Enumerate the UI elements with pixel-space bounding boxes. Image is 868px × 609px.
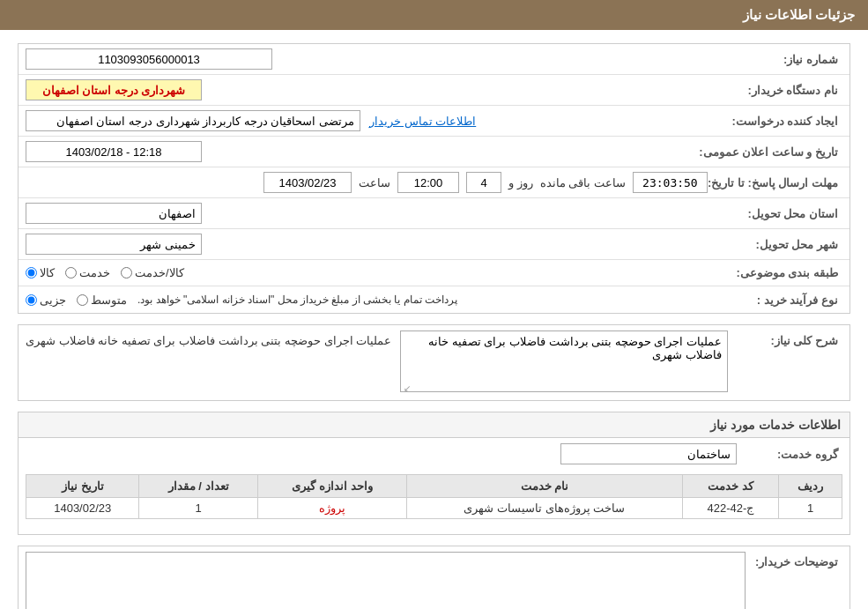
services-table: ردیف کد خدمت نام خدمت واحد اندازه گیری ت… [26, 474, 842, 519]
subject-category-label: طبقه بندی موضوعی: [736, 266, 842, 279]
response-time-label: ساعت [359, 176, 390, 189]
need-number-row: شماره نیاز: [19, 44, 849, 75]
subject-category-row: طبقه بندی موضوعی: کالا/خدمت خدمت کالا [19, 260, 849, 286]
page-header: جزئیات اطلاعات نیاز [0, 0, 868, 30]
process-type-value-cell: پرداخت تمام یا بخشی از مبلغ خریداز محل "… [26, 293, 737, 307]
cell-quantity: 1 [139, 498, 257, 519]
countdown-row: ساعت باقی مانده روز و ساعت [26, 172, 708, 193]
description-label: شرح کلی نیاز: [737, 330, 842, 347]
services-section-title: اطلاعات خدمات مورد نیاز [19, 412, 849, 438]
radio-khadamat-label: خدمت [79, 266, 110, 279]
subject-radio-group: کالا/خدمت خدمت کالا [26, 266, 184, 279]
col-rownum: ردیف [779, 475, 842, 498]
delivery-province-input[interactable] [26, 203, 202, 224]
announce-datetime-input[interactable] [26, 141, 202, 162]
radio-jozi-label: جزیی [40, 293, 66, 307]
col-service-code: کد خدمت [682, 475, 778, 498]
cell-date: 1403/02/23 [26, 498, 139, 519]
need-number-label: شماره نیاز: [737, 53, 842, 66]
col-date: تاریخ نیاز [26, 475, 139, 498]
countdown-label: ساعت باقی مانده [540, 176, 626, 189]
cell-rownum: 1 [779, 498, 842, 519]
response-date-input[interactable] [263, 172, 352, 193]
subject-category-value-cell: کالا/خدمت خدمت کالا [26, 266, 736, 279]
creator-label: ایجاد کننده درخواست: [731, 115, 842, 128]
need-number-value-cell [26, 48, 737, 70]
announce-datetime-value-cell [26, 141, 699, 162]
process-note: پرداخت تمام یا بخشی از مبلغ خریداز محل "… [137, 293, 457, 306]
radio-jozi[interactable] [26, 294, 37, 306]
main-content: شماره نیاز: نام دستگاه خریدار: ایجاد کنن… [0, 30, 868, 609]
radio-kala-khadamat-item[interactable]: کالا/خدمت [121, 266, 184, 279]
radio-motavasset-item[interactable]: متوسط [77, 293, 127, 307]
buyer-desc-wrapper: ↙ [26, 552, 746, 609]
radio-kala-khadamat[interactable] [121, 267, 132, 279]
description-textarea[interactable] [400, 330, 728, 392]
radio-kala-khadamat-label: کالا/خدمت [135, 266, 184, 279]
announce-datetime-label: تاریخ و ساعت اعلان عمومی: [699, 145, 842, 159]
delivery-city-value-cell [26, 234, 737, 255]
radio-kala[interactable] [26, 267, 37, 279]
buyer-desc-section: توضیحات خریدار: ↙ [18, 546, 850, 609]
days-input[interactable] [466, 172, 501, 193]
countdown-input[interactable] [633, 172, 708, 193]
service-group-input[interactable] [560, 443, 737, 464]
radio-motavasset[interactable] [77, 294, 88, 306]
delivery-province-label: استان محل تحویل: [737, 207, 842, 220]
response-deadline-value-cell: ساعت باقی مانده روز و ساعت [26, 172, 708, 193]
delivery-province-row: استان محل تحویل: [19, 198, 849, 229]
creator-row: ایجاد کننده درخواست: اطلاعات تماس خریدار [19, 106, 849, 137]
radio-khadamat[interactable] [65, 267, 77, 279]
delivery-city-row: شهر محل تحویل: [19, 229, 849, 260]
col-unit: واحد اندازه گیری [257, 475, 406, 498]
buyer-desc-textarea[interactable] [26, 552, 746, 609]
radio-jozi-item[interactable]: جزیی [26, 293, 66, 307]
announce-datetime-row: تاریخ و ساعت اعلان عمومی: [19, 137, 849, 167]
process-type-label: نوع فرآیند خرید : [737, 293, 842, 307]
form-section-top: شماره نیاز: نام دستگاه خریدار: ایجاد کنن… [18, 43, 850, 314]
page-container: جزئیات اطلاعات نیاز شماره نیاز: نام دستگ… [0, 0, 868, 609]
cell-service-code: ج-42-422 [682, 498, 778, 519]
response-time-input[interactable] [397, 172, 459, 193]
col-service-name: نام خدمت [407, 475, 683, 498]
cell-unit[interactable]: پروژه [257, 498, 406, 519]
radio-motavasset-label: متوسط [91, 293, 127, 307]
delivery-province-value-cell [26, 203, 737, 224]
creator-contact-link[interactable]: اطلاعات تماس خریدار [369, 115, 476, 128]
table-row: 1 ج-42-422 ساخت پروژه‌های تاسیسات شهری پ… [26, 498, 842, 519]
resize-handle: ↙ [404, 383, 411, 393]
page-title: جزئیات اطلاعات نیاز [743, 7, 855, 22]
table-header-row: ردیف کد خدمت نام خدمت واحد اندازه گیری ت… [26, 475, 842, 498]
buyer-org-value-cell [26, 79, 737, 100]
buyer-desc-label: توضیحات خریدار: [754, 552, 842, 568]
creator-input[interactable] [26, 110, 360, 131]
services-table-section: ردیف کد خدمت نام خدمت واحد اندازه گیری ت… [19, 470, 849, 524]
col-quantity: تعداد / مقدار [139, 475, 257, 498]
need-number-input[interactable] [26, 48, 272, 70]
radio-khadamat-item[interactable]: خدمت [65, 266, 110, 279]
services-section: اطلاعات خدمات مورد نیاز گروه خدمت: ردیف … [18, 412, 850, 535]
radio-kala-item[interactable]: کالا [26, 266, 55, 279]
response-deadline-label: مهلت ارسال پاسخ: تا تاریخ: [708, 176, 842, 189]
buyer-desc-row: توضیحات خریدار: ↙ [19, 546, 849, 609]
process-type-row: نوع فرآیند خرید : پرداخت تمام یا بخشی از… [19, 286, 849, 313]
service-group-row: گروه خدمت: [19, 438, 849, 470]
description-text: عملیات اجرای حوضچه بتنی برداشت فاضلاب بر… [26, 330, 391, 347]
radio-kala-label: کالا [40, 266, 55, 279]
process-radio-group: پرداخت تمام یا بخشی از مبلغ خریداز محل "… [26, 293, 457, 307]
delivery-city-input[interactable] [26, 234, 202, 255]
buyer-org-label: نام دستگاه خریدار: [737, 84, 842, 97]
buyer-org-row: نام دستگاه خریدار: [19, 75, 849, 106]
description-section: شرح کلی نیاز: ↙ عملیات اجرای حوضچه بتنی … [18, 324, 850, 401]
description-row: شرح کلی نیاز: ↙ عملیات اجرای حوضچه بتنی … [19, 325, 849, 400]
delivery-city-label: شهر محل تحویل: [737, 238, 842, 251]
buyer-org-input[interactable] [26, 79, 202, 100]
cell-service-name: ساخت پروژه‌های تاسیسات شهری [407, 498, 683, 519]
days-label: روز و [508, 176, 533, 189]
creator-value-cell: اطلاعات تماس خریدار [26, 110, 731, 131]
response-deadline-row: مهلت ارسال پاسخ: تا تاریخ: ساعت باقی مان… [19, 167, 849, 198]
description-value: عملیات اجرای حوضچه بتنی برداشت فاضلاب بر… [26, 334, 391, 347]
service-group-label: گروه خدمت: [737, 448, 842, 461]
description-wrapper: ↙ [400, 330, 728, 395]
